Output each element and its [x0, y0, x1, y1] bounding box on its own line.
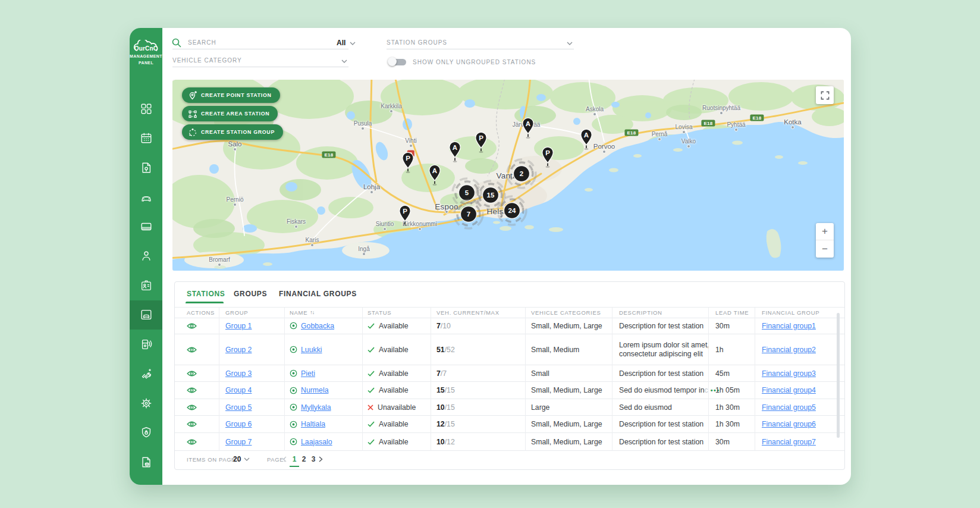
vehicle-category-select[interactable]: VEHICLE CATEGORY: [172, 57, 242, 64]
financial-group-link[interactable]: Financial group1: [762, 322, 816, 330]
sidebar-item-service[interactable]: [130, 359, 162, 389]
map-pin-marker[interactable]: P: [400, 151, 416, 174]
veh-current: 10: [436, 438, 445, 446]
group-link[interactable]: Group 3: [225, 369, 252, 378]
sidebar-item-security[interactable]: [130, 418, 162, 448]
map-cluster-marker[interactable]: 7: [452, 197, 485, 231]
veh-max: /15: [445, 403, 455, 412]
location-icon: [290, 421, 297, 428]
sidebar-item-cards[interactable]: [130, 212, 162, 242]
map-cluster-marker[interactable]: 24: [495, 194, 529, 227]
station-name-link[interactable]: Haltiala: [301, 420, 325, 428]
sidebar: OurCnC MANAGEMENT PANEL: [130, 28, 162, 485]
table-row: Group 7LaajasaloAvailable10/12Small, Med…: [175, 433, 844, 451]
map-pin-marker[interactable]: A: [447, 140, 463, 163]
financial-group-link[interactable]: Financial group2: [762, 346, 816, 354]
sidebar-item-contacts[interactable]: [130, 271, 162, 300]
map-city-label: Kotka: [784, 118, 801, 126]
svg-text:P: P: [406, 155, 410, 162]
map-pin-marker[interactable]: A: [520, 117, 536, 139]
financial-group-link[interactable]: Financial group3: [762, 369, 816, 378]
station-groups-select[interactable]: STATION GROUPS: [387, 39, 447, 46]
financial-group-link[interactable]: Financial group5: [762, 403, 816, 412]
prev-page-button[interactable]: [282, 456, 287, 462]
map-city-dot: [734, 128, 738, 131]
station-name-link[interactable]: Pieti: [301, 369, 315, 378]
lead-time-cell: 1h 05m: [715, 382, 740, 399]
sidebar-item-reports[interactable]: [130, 153, 162, 183]
station-name-link[interactable]: Luukki: [301, 346, 322, 354]
tab-financial-groups[interactable]: FINANCIAL GROUPS: [279, 290, 357, 298]
zoom-out-button[interactable]: −: [816, 240, 834, 258]
financial-group-link[interactable]: Financial group4: [762, 386, 816, 394]
map-pin-marker[interactable]: P: [397, 204, 413, 227]
view-station-button[interactable]: [187, 370, 197, 377]
view-station-button[interactable]: [187, 346, 197, 353]
sidebar-item-stations[interactable]: [130, 300, 162, 330]
create-point-station-button[interactable]: CREATE POINT STATION: [182, 87, 280, 103]
veh-current: 7: [436, 369, 441, 378]
sidebar-item-users[interactable]: [130, 242, 162, 271]
chevron-down-icon[interactable]: [350, 42, 356, 45]
view-station-button[interactable]: [187, 438, 197, 446]
sidebar-item-billing[interactable]: [130, 447, 162, 477]
ungrouped-stations-toggle[interactable]: [388, 57, 409, 67]
map-pin-marker[interactable]: A: [427, 164, 442, 186]
chevron-down-icon[interactable]: [567, 42, 573, 45]
station-name-link[interactable]: Laajasalo: [301, 438, 332, 446]
description-cell: Sed do eiusmod: [619, 399, 709, 415]
table-scrollbar[interactable]: [837, 313, 840, 438]
map-pin-marker[interactable]: P: [540, 146, 555, 168]
chevron-down-icon[interactable]: [244, 457, 250, 461]
column-header: LEAD TIME: [715, 307, 749, 318]
sidebar-item-charging[interactable]: [130, 330, 162, 359]
group-cell: Group 2: [225, 334, 252, 365]
view-station-button[interactable]: [187, 404, 197, 411]
sidebar-item-dashboard[interactable]: [130, 94, 162, 124]
group-link[interactable]: Group 1: [225, 322, 252, 330]
financial-group-link[interactable]: Financial group6: [762, 420, 816, 428]
sort-icon[interactable]: ↑↓: [310, 309, 314, 315]
page-number-3[interactable]: 3: [309, 455, 318, 463]
sidebar-item-vehicles[interactable]: [130, 183, 162, 212]
map-pin-marker[interactable]: P: [473, 131, 489, 153]
pin-icon: P: [473, 131, 489, 153]
group-link[interactable]: Group 6: [225, 420, 252, 428]
financial-group-link[interactable]: Financial group7: [762, 438, 816, 446]
status-cell: Available: [368, 318, 409, 334]
create-point-station-label: CREATE POINT STATION: [201, 92, 272, 98]
map-city-dot: [233, 148, 237, 151]
name-cell: Nurmela: [290, 382, 328, 399]
station-name-link[interactable]: Gobbacka: [301, 322, 334, 330]
sidebar-item-settings[interactable]: [130, 388, 162, 418]
group-circle-icon: [189, 128, 197, 137]
next-page-button[interactable]: [319, 456, 323, 462]
view-station-button[interactable]: [187, 387, 197, 394]
map-fullscreen-button[interactable]: [816, 86, 834, 104]
tab-stations[interactable]: STATIONS: [187, 290, 225, 298]
group-link[interactable]: Group 2: [225, 346, 252, 354]
sidebar-item-calendar[interactable]: [130, 124, 162, 153]
page-number-2[interactable]: 2: [300, 455, 308, 463]
search-input[interactable]: [187, 39, 326, 46]
zoom-in-button[interactable]: +: [816, 223, 834, 240]
create-station-group-button[interactable]: CREATE STATION GROUP: [182, 124, 283, 140]
map-pin-marker[interactable]: A: [579, 128, 594, 150]
map[interactable]: KarkkilaPusulaVihtiSaloLohjaPerniöFiskar…: [172, 80, 844, 271]
page-number-1[interactable]: 1: [290, 455, 299, 463]
group-link[interactable]: Group 5: [225, 403, 252, 412]
station-name-link[interactable]: Nurmela: [301, 386, 328, 394]
view-station-button[interactable]: [187, 322, 197, 330]
actions-cell: [187, 318, 197, 334]
categories-cell: Small, Medium, Large: [531, 382, 602, 399]
view-station-button[interactable]: [187, 421, 197, 428]
group-link[interactable]: Group 7: [225, 438, 252, 446]
search-scope-select[interactable]: All: [337, 39, 345, 47]
chevron-down-icon[interactable]: [341, 59, 347, 63]
items-on-page-select[interactable]: 20: [233, 455, 241, 463]
group-link[interactable]: Group 4: [225, 386, 252, 394]
station-name-link[interactable]: Myllykala: [301, 403, 331, 412]
create-area-station-button[interactable]: CREATE AREA STATION: [182, 106, 278, 121]
tab-groups[interactable]: GROUPS: [234, 290, 267, 298]
map-cluster-marker[interactable]: 2: [505, 157, 538, 190]
